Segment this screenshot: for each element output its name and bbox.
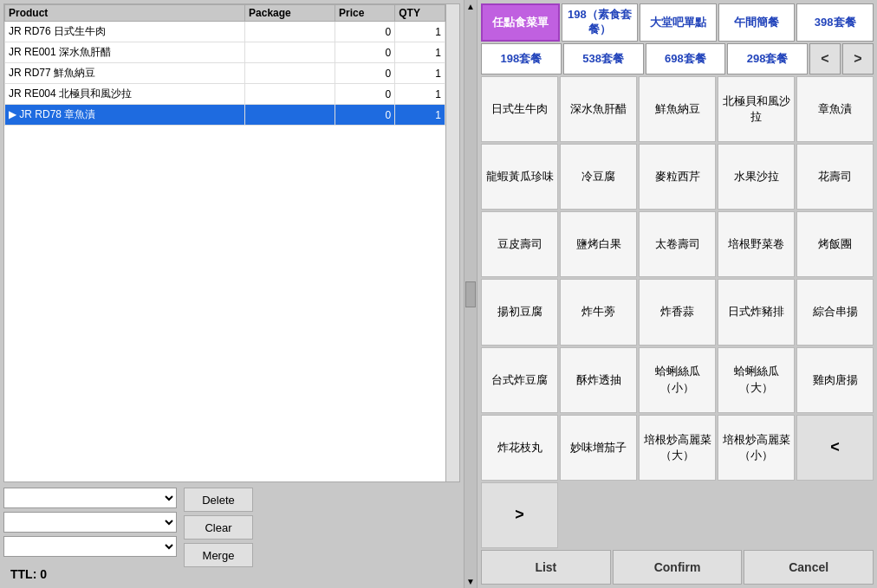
menu-item-7[interactable]: 麥粒西芹 — [639, 144, 716, 210]
ttl-label: TTL: — [10, 567, 36, 581]
action-buttons: Delete Clear Merge — [184, 488, 253, 567]
menu-item-20[interactable]: 台式炸豆腐 — [481, 347, 558, 413]
tab-538[interactable]: 538套餐 — [563, 43, 644, 74]
dropdown-1[interactable] — [3, 488, 177, 508]
dropdown-3[interactable] — [3, 536, 177, 557]
tab-sushi198[interactable]: 198（素食套餐） — [562, 3, 639, 42]
menu-item-2[interactable]: 鮮魚納豆 — [639, 76, 716, 142]
menu-item-5[interactable]: 龍蝦黃瓜珍味 — [481, 144, 558, 210]
menu-item-0[interactable]: 日式生牛肉 — [481, 76, 558, 142]
menu-item-8[interactable]: 水果沙拉 — [718, 144, 795, 210]
cell-price: 0 — [335, 42, 394, 63]
cell-product: JR RE004 北極貝和風沙拉 — [5, 84, 245, 105]
cell-product: JR RD77 鮮魚納豆 — [5, 63, 245, 84]
menu-item-12[interactable]: 太卷壽司 — [639, 211, 716, 277]
cell-package — [245, 105, 335, 126]
menu-item-4[interactable]: 章魚漬 — [796, 76, 874, 142]
nav-prev[interactable]: < — [809, 43, 841, 74]
col-header-product: Product — [5, 5, 245, 22]
left-panel: Product Package Price QTY JR RD76 日式生牛肉0… — [0, 0, 464, 588]
menu-item-17[interactable]: 炸香蒜 — [639, 279, 716, 345]
menu-item-23[interactable]: 蛤蜊絲瓜（大） — [718, 347, 795, 413]
tab-298[interactable]: 298套餐 — [727, 43, 808, 74]
table-row[interactable]: JR RD78 章魚漬01 — [5, 105, 445, 126]
cell-product: JR RD76 日式生牛肉 — [5, 22, 245, 42]
cell-package — [245, 22, 335, 42]
product-table-area: Product Package Price QTY JR RD76 日式生牛肉0… — [4, 4, 445, 481]
menu-item-14[interactable]: 烤飯團 — [796, 211, 874, 277]
merge-button[interactable]: Merge — [184, 543, 253, 567]
tab-698[interactable]: 698套餐 — [646, 43, 726, 74]
menu-item-16[interactable]: 炸牛蒡 — [560, 279, 637, 345]
menu-item-22[interactable]: 蛤蜊絲瓜（小） — [639, 347, 716, 413]
menu-item-26[interactable]: 妙味增茄子 — [560, 415, 637, 481]
cancel-button[interactable]: Cancel — [744, 550, 874, 585]
table-row[interactable]: JR RE004 北極貝和風沙拉01 — [5, 84, 445, 105]
scroll-thumb[interactable] — [465, 281, 476, 307]
cell-price: 0 — [335, 84, 394, 105]
bottom-action-row: List Confirm Cancel — [481, 550, 874, 585]
cell-qty: 1 — [395, 63, 445, 84]
table-row[interactable]: JR RD77 鮮魚納豆01 — [5, 63, 445, 84]
menu-item-9[interactable]: 花壽司 — [796, 144, 874, 210]
menu-item-28[interactable]: 培根炒高麗菜（小） — [718, 415, 795, 481]
cell-price: 0 — [335, 63, 394, 84]
cell-price: 0 — [335, 22, 394, 42]
menu-item-19[interactable]: 綜合串揚 — [796, 279, 874, 345]
ttl-area: TTL: 0 — [3, 564, 177, 585]
cell-product: JR RE001 深水魚肝醋 — [5, 42, 245, 63]
cell-package — [245, 42, 335, 63]
cell-qty: 1 — [395, 22, 445, 42]
cell-package — [245, 63, 335, 84]
table-row[interactable]: JR RE001 深水魚肝醋01 — [5, 42, 445, 63]
col-header-qty: QTY — [395, 5, 445, 22]
cell-product: JR RD78 章魚漬 — [5, 105, 245, 126]
tab-rendian[interactable]: 任點食菜單 — [481, 3, 560, 42]
confirm-button[interactable]: Confirm — [613, 550, 743, 585]
menu-item-3[interactable]: 北極貝和風沙拉 — [718, 76, 795, 142]
nav-next[interactable]: > — [842, 43, 874, 74]
col-header-price: Price — [335, 5, 394, 22]
scroll-down-btn[interactable]: ▼ — [466, 577, 475, 586]
right-panel: 任點食菜單198（素食套餐）大堂吧單點午間簡餐398套餐 198套餐538套餐6… — [477, 0, 877, 588]
tab-398[interactable]: 398套餐 — [796, 3, 874, 42]
menu-item-13[interactable]: 培根野菜卷 — [718, 211, 795, 277]
menu-item-25[interactable]: 炸花枝丸 — [481, 415, 558, 481]
menu-item-21[interactable]: 酥炸透抽 — [560, 347, 637, 413]
ttl-value: 0 — [40, 567, 47, 581]
col-header-package: Package — [245, 5, 335, 22]
tab-datingba[interactable]: 大堂吧單點 — [640, 3, 717, 42]
scrollbar[interactable] — [445, 4, 459, 481]
grid-nav-next[interactable]: > — [481, 482, 558, 548]
delete-button[interactable]: Delete — [184, 488, 253, 512]
tab-198[interactable]: 198套餐 — [481, 43, 562, 74]
menu-item-15[interactable]: 揚初豆腐 — [481, 279, 558, 345]
tabs-row-1: 任點食菜單198（素食套餐）大堂吧單點午間簡餐398套餐 — [481, 3, 874, 42]
tabs-row-2: 198套餐538套餐698套餐298套餐<> — [481, 43, 874, 74]
cell-price: 0 — [335, 105, 394, 126]
menu-item-24[interactable]: 雞肉唐揚 — [796, 347, 874, 413]
tab-wujian[interactable]: 午間簡餐 — [718, 3, 796, 42]
menu-item-10[interactable]: 豆皮壽司 — [481, 211, 558, 277]
menu-item-1[interactable]: 深水魚肝醋 — [560, 76, 637, 142]
list-button[interactable]: List — [481, 550, 611, 585]
scroll-up-btn[interactable]: ▲ — [466, 2, 475, 11]
clear-button[interactable]: Clear — [184, 515, 253, 540]
menu-item-18[interactable]: 日式炸豬排 — [718, 279, 795, 345]
menu-item-11[interactable]: 鹽烤白果 — [560, 211, 637, 277]
cell-qty: 1 — [395, 84, 445, 105]
dropdowns-area: TTL: 0 — [3, 488, 177, 585]
menu-grid: 日式生牛肉深水魚肝醋鮮魚納豆北極貝和風沙拉章魚漬龍蝦黃瓜珍味冷豆腐麥粒西芹水果沙… — [481, 76, 874, 548]
table-row[interactable]: JR RD76 日式生牛肉01 — [5, 22, 445, 42]
cell-qty: 1 — [395, 42, 445, 63]
grid-nav-prev[interactable]: < — [796, 415, 874, 481]
cell-package — [245, 84, 335, 105]
product-table: Product Package Price QTY JR RD76 日式生牛肉0… — [4, 4, 445, 126]
menu-item-6[interactable]: 冷豆腐 — [560, 144, 637, 210]
menu-item-27[interactable]: 培根炒高麗菜（大） — [639, 415, 716, 481]
cell-qty: 1 — [395, 105, 445, 126]
dropdown-2[interactable] — [3, 512, 177, 533]
